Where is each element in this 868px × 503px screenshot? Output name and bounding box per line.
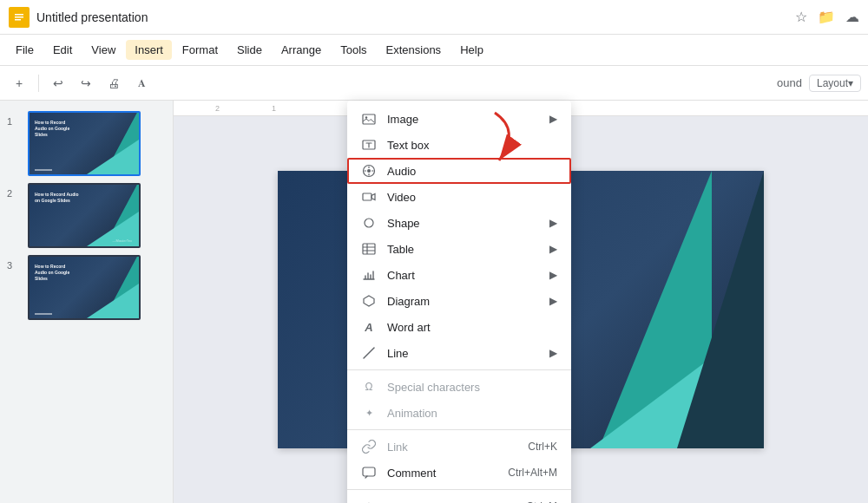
svg-rect-4 — [363, 114, 375, 124]
video-label: Video — [387, 191, 557, 204]
wordart-label: Word art — [387, 321, 557, 334]
layout-button[interactable]: Layout▾ — [809, 75, 861, 92]
line-icon — [361, 345, 377, 361]
slide-item-3[interactable]: 3 How to RecordAudio on GoogleSlides — [0, 252, 173, 323]
menu-item-audio[interactable]: Audio — [347, 158, 571, 184]
image-arrow: ▶ — [549, 113, 557, 125]
menu-item-shape[interactable]: Shape ▶ — [347, 210, 571, 236]
shape-arrow: ▶ — [549, 217, 557, 229]
svg-rect-1 — [15, 14, 23, 16]
comment-icon — [361, 465, 377, 480]
link-icon — [361, 439, 377, 454]
toolbar: + ↩ ↪ 🖨 𝐀 ound Layout▾ — [0, 66, 868, 101]
slide-bar-1 — [35, 169, 52, 171]
slide-item-1[interactable]: 1 How to RecordAudio on GoogleSlides — [0, 108, 173, 180]
menu-slide[interactable]: Slide — [228, 40, 271, 60]
menu-item-diagram[interactable]: Diagram ▶ — [347, 288, 571, 314]
comment-label: Comment — [387, 467, 497, 480]
menu-item-table[interactable]: Table ▶ — [347, 236, 571, 262]
separator-3 — [347, 489, 571, 490]
svg-marker-12 — [364, 296, 374, 306]
presentation-title: Untitled presentation — [36, 10, 788, 24]
shape-icon — [361, 215, 377, 231]
menu-edit[interactable]: Edit — [44, 40, 81, 60]
menu-item-chart[interactable]: Chart ▶ — [347, 262, 571, 288]
menu-view[interactable]: View — [82, 40, 124, 60]
menu-item-textbox[interactable]: Text box — [347, 132, 571, 158]
animation-icon: ✦ — [361, 405, 377, 421]
menu-extensions[interactable]: Extensions — [378, 40, 450, 60]
line-label: Line — [387, 347, 539, 360]
menu-tools[interactable]: Tools — [332, 40, 375, 60]
canvas-triangle-dark — [677, 171, 764, 448]
svg-point-10 — [365, 219, 373, 227]
shape-label: Shape — [387, 217, 539, 230]
title-bar: Untitled presentation ☆ 📁 ☁ — [0, 0, 868, 35]
link-shortcut: Ctrl+K — [528, 441, 557, 453]
diagram-label: Diagram — [387, 295, 539, 308]
slide-text-2: How to Record Audioon Google Slides — [35, 192, 79, 204]
chart-label: Chart — [387, 269, 539, 282]
add-button[interactable]: + — [7, 71, 31, 95]
menu-help[interactable]: Help — [451, 40, 492, 60]
svg-rect-11 — [363, 244, 375, 254]
new-slide-label: New slide — [387, 500, 516, 504]
menu-item-new-slide[interactable]: + New slide Ctrl+M — [347, 493, 571, 503]
slide-text-1: How to RecordAudio on GoogleSlides — [35, 120, 69, 138]
image-icon — [361, 111, 377, 127]
slide-text-3: How to RecordAudio on GoogleSlides — [35, 264, 69, 282]
special-chars-icon: Ω — [361, 379, 377, 395]
folder-icon[interactable]: 📁 — [818, 9, 835, 25]
star-icon[interactable]: ☆ — [795, 9, 807, 25]
print-button[interactable]: 🖨 — [102, 71, 126, 95]
slide-number-2: 2 — [7, 183, 21, 199]
line-arrow: ▶ — [549, 347, 557, 359]
redo-button[interactable]: ↪ — [74, 71, 98, 95]
image-label: Image — [387, 113, 539, 126]
menu-bar: File Edit View Insert Format Slide Arran… — [0, 35, 868, 66]
textbox-label: Text box — [387, 139, 557, 152]
diagram-arrow: ▶ — [549, 295, 557, 307]
menu-item-line[interactable]: Line ▶ — [347, 340, 571, 366]
menu-item-video[interactable]: Video — [347, 184, 571, 210]
comment-shortcut: Ctrl+Alt+M — [508, 467, 557, 479]
background-label: ound — [777, 76, 802, 89]
menu-insert[interactable]: Insert — [126, 40, 172, 60]
menu-file[interactable]: File — [7, 40, 43, 60]
svg-rect-2 — [15, 16, 23, 18]
app-window: Untitled presentation ☆ 📁 ☁ File Edit Vi… — [0, 0, 868, 503]
slide-number-1: 1 — [7, 111, 21, 127]
paint-format-button[interactable]: 𝐀 — [129, 71, 154, 95]
audio-icon — [361, 163, 377, 179]
slide-item-2[interactable]: 2 How to Record Audioon Google Slides —M… — [0, 180, 173, 252]
separator-1 — [347, 369, 571, 370]
slide-thumb-3: How to RecordAudio on GoogleSlides — [28, 255, 141, 320]
textbox-icon — [361, 137, 377, 153]
menu-format[interactable]: Format — [174, 40, 227, 60]
chart-icon — [361, 267, 377, 283]
menu-item-special-chars: Ω Special characters — [347, 374, 571, 400]
ruler-marker-2: 2 — [215, 104, 220, 113]
menu-item-wordart[interactable]: A Word art — [347, 314, 571, 340]
menu-item-animation: ✦ Animation — [347, 400, 571, 426]
cloud-icon[interactable]: ☁ — [845, 9, 859, 25]
menu-arrange[interactable]: Arrange — [273, 40, 330, 60]
svg-rect-3 — [15, 19, 21, 21]
menu-item-image[interactable]: Image ▶ — [347, 106, 571, 132]
menu-item-comment[interactable]: Comment Ctrl+Alt+M — [347, 460, 571, 486]
slide-number-3: 3 — [7, 255, 21, 271]
undo-button[interactable]: ↩ — [46, 71, 70, 95]
app-icon — [9, 7, 30, 28]
slide-thumb-1: How to RecordAudio on GoogleSlides — [28, 111, 141, 176]
video-icon — [361, 189, 377, 205]
chart-arrow: ▶ — [549, 269, 557, 281]
svg-rect-9 — [363, 193, 372, 200]
insert-dropdown-menu: Image ▶ Text box Audio — [347, 101, 571, 503]
slide-panel: 1 How to RecordAudio on GoogleSlides 2 H… — [0, 101, 174, 503]
table-arrow: ▶ — [549, 243, 557, 255]
separator-2 — [347, 429, 571, 430]
wordart-icon: A — [361, 319, 377, 335]
table-label: Table — [387, 243, 539, 256]
table-icon — [361, 241, 377, 257]
diagram-icon — [361, 293, 377, 309]
